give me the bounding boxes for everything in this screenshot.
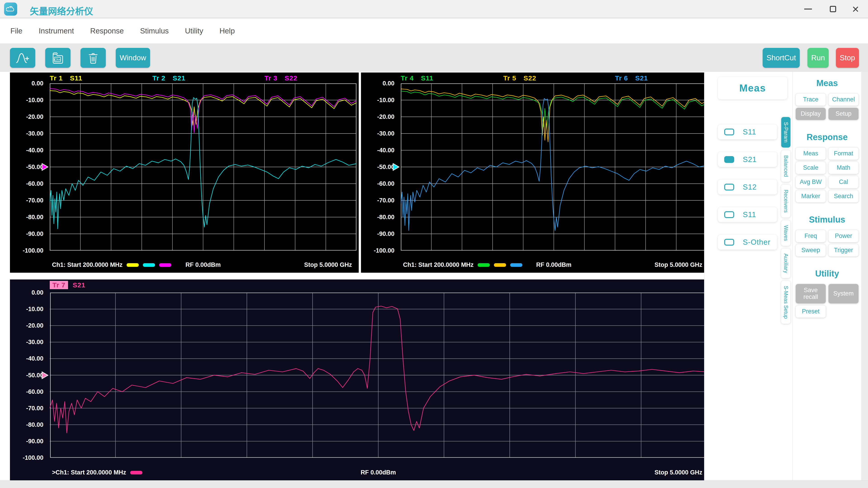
section-title-response: Response: [796, 132, 859, 142]
channel-button[interactable]: Channel: [829, 94, 859, 106]
preset-button[interactable]: Preset: [796, 305, 826, 318]
add-trace-button[interactable]: [10, 48, 35, 68]
tab-balanced[interactable]: Balanced: [781, 150, 790, 182]
plot-svg: [50, 293, 707, 458]
x-axis-labels: >Ch1: Start 200.0000 MHz RF 0.00dBm Stop…: [50, 467, 707, 478]
save-recall-button: Save recall: [796, 284, 826, 303]
meas-button[interactable]: Meas: [796, 148, 826, 160]
run-button[interactable]: Run: [807, 48, 829, 68]
meas-item-s11[interactable]: S11: [718, 125, 777, 139]
checkbox-unchecked-icon[interactable]: [724, 184, 734, 191]
avg-bw-button[interactable]: Avg BW: [796, 176, 826, 188]
menu-item-response[interactable]: Response: [90, 27, 124, 35]
y-tick-label: -100.00: [23, 454, 43, 461]
section-title-stimulus: Stimulus: [796, 214, 859, 225]
start-frequency-label: Ch1: Start 200.0000 MHz: [403, 261, 522, 268]
marker-button[interactable]: Marker: [796, 190, 826, 202]
trace-label-s22[interactable]: Tr 3 S22: [265, 74, 298, 82]
y-tick-label: -30.00: [26, 339, 43, 346]
y-tick-label: -90.00: [26, 437, 43, 445]
plot-area[interactable]: [50, 84, 356, 251]
meas-category-tabs: S-ParamBalancedReceiversWavesAuxiliaryS-…: [781, 117, 792, 326]
y-tick-label: 0.00: [31, 289, 43, 296]
power-button[interactable]: Power: [829, 230, 859, 242]
trace-label-s22[interactable]: Tr 5 S22: [503, 74, 536, 82]
cloud-logo-icon: [6, 5, 15, 13]
y-tick-label: -70.00: [26, 197, 43, 204]
section-response: ResponseMeasFormatScaleMathAvg BWCalMark…: [796, 132, 859, 202]
app-logo: [4, 2, 17, 15]
y-tick-label: -60.00: [377, 180, 395, 187]
menu-item-instrument[interactable]: Instrument: [39, 27, 74, 35]
add-channel-button[interactable]: Ch+: [45, 48, 70, 68]
tab-s-param[interactable]: S-Param: [781, 117, 790, 148]
folder-channel-plus-icon: Ch+: [51, 52, 64, 64]
grid-lines: [50, 293, 707, 458]
freq-button[interactable]: Freq: [796, 230, 826, 242]
tab-receivers[interactable]: Receivers: [781, 185, 790, 218]
checkbox-unchecked-icon[interactable]: [724, 129, 734, 135]
checkbox-unchecked-icon[interactable]: [724, 211, 734, 218]
y-tick-label: -50.00: [26, 372, 43, 379]
control-panel-gutter: [861, 72, 868, 480]
control-panel: MeasTraceChannelDisplaySetupResponseMeas…: [792, 72, 861, 480]
meas-item-s12[interactable]: S12: [718, 180, 777, 195]
trace-label-s21[interactable]: Tr 2 S21: [153, 74, 186, 82]
menu-item-help[interactable]: Help: [219, 27, 235, 35]
checkbox-unchecked-icon[interactable]: [724, 239, 734, 246]
shortcut-button[interactable]: ShortCut: [763, 48, 800, 68]
meas-item-s21[interactable]: S21: [718, 152, 777, 167]
section-utility: UtilitySave recallSystemPreset: [796, 268, 859, 318]
chart-window-2[interactable]: Tr 4 S11Tr 5 S22Tr 6 S21 0.00-10.00-20.0…: [361, 72, 709, 273]
trigger-button[interactable]: Trigger: [829, 244, 859, 256]
format-button[interactable]: Format: [829, 148, 859, 160]
scale-button[interactable]: Scale: [796, 162, 826, 174]
cal-button[interactable]: Cal: [829, 176, 859, 188]
y-tick-label: -50.00: [26, 164, 43, 170]
maximize-button[interactable]: [823, 0, 843, 18]
trace-labels: Tr 7S21: [50, 281, 707, 290]
minimize-button[interactable]: [798, 0, 818, 18]
plot-area[interactable]: [401, 84, 707, 251]
chart-window-1[interactable]: Tr 1 S11Tr 2 S21Tr 3 S22 0.00-10.00-20.0…: [10, 72, 359, 273]
reference-level-marker[interactable]: [392, 163, 400, 171]
trace-label-s11[interactable]: Tr 1 S11: [50, 74, 82, 82]
plot-svg: [401, 84, 707, 251]
delete-button[interactable]: [81, 48, 106, 68]
y-tick-label: -100.00: [374, 247, 395, 254]
trace-label-s11[interactable]: Tr 4 S11: [401, 74, 433, 82]
close-icon: ×: [852, 3, 859, 15]
trace-color-swatch: [494, 263, 506, 267]
meas-item-s-other[interactable]: S-Other: [718, 235, 777, 250]
meas-item-label: S11: [743, 210, 756, 219]
reference-level-marker[interactable]: [41, 163, 49, 171]
checkbox-checked-icon[interactable]: [724, 156, 734, 163]
search-button[interactable]: Search: [829, 190, 859, 202]
trace-color-swatch: [127, 263, 139, 267]
window-button[interactable]: Window: [116, 48, 150, 68]
menu-item-stimulus[interactable]: Stimulus: [140, 27, 169, 35]
close-button[interactable]: ×: [845, 0, 866, 18]
y-tick-label: 0.00: [382, 80, 395, 87]
trace-button[interactable]: Trace: [796, 94, 826, 106]
tab-waves[interactable]: Waves: [781, 220, 790, 246]
sweep-button[interactable]: Sweep: [796, 244, 826, 256]
tab-s-meas-setup[interactable]: S-Meas Setup: [781, 281, 790, 324]
math-button[interactable]: Math: [829, 162, 859, 174]
grid-lines: [401, 84, 707, 251]
s-parameter-list: S11S21S12S11S-Other: [718, 125, 777, 262]
y-tick-label: -20.00: [26, 113, 43, 121]
y-tick-label: -20.00: [377, 113, 395, 121]
tab-auxiliary[interactable]: Auxiliary: [781, 249, 790, 278]
menu-item-file[interactable]: File: [10, 27, 22, 35]
stop-button[interactable]: Stop: [836, 48, 859, 68]
trace-label-s21[interactable]: Tr 7S21: [50, 281, 86, 289]
plot-area[interactable]: [50, 293, 707, 458]
meas-item-s11[interactable]: S11: [718, 207, 777, 222]
trace-label-s21[interactable]: Tr 6 S21: [615, 74, 648, 82]
minimize-icon: [804, 8, 812, 9]
meas-item-label: S21: [743, 155, 757, 164]
chart-window-3-active[interactable]: Tr 7S21 0.00-10.00-20.00-30.00-40.00-50.…: [10, 280, 709, 480]
reference-level-marker[interactable]: [41, 371, 49, 379]
menu-item-utility[interactable]: Utility: [185, 27, 203, 35]
